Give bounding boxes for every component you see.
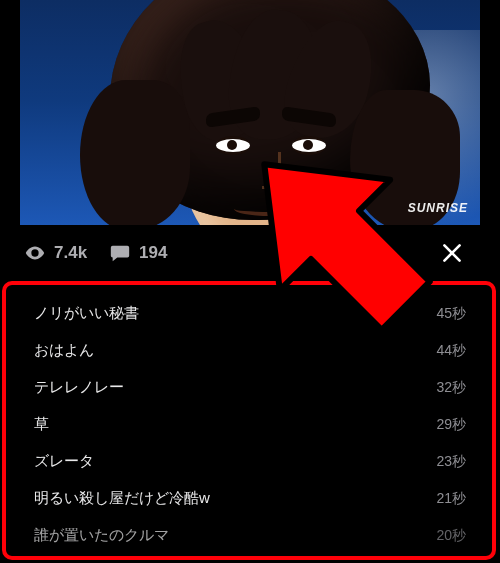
app-frame: SUNRISE 7.4k 194 <box>20 0 480 563</box>
comment-text: 誰が置いたのクルマ <box>34 526 169 545</box>
comment-count: 194 <box>109 242 167 264</box>
comment-time: 32秒 <box>436 379 466 397</box>
comment-time: 21秒 <box>436 490 466 508</box>
list-item[interactable]: ノリがいい秘書 45秒 <box>20 295 480 332</box>
watermark-text: SUNRISE <box>408 201 468 215</box>
eye-icon <box>24 242 46 264</box>
list-item[interactable]: おはよん 44秒 <box>20 332 480 369</box>
list-item[interactable]: ズレータ 23秒 <box>20 443 480 480</box>
comment-time: 44秒 <box>436 342 466 360</box>
comment-icon <box>109 242 131 264</box>
list-item[interactable]: テレレノレー 32秒 <box>20 369 480 406</box>
view-count-value: 7.4k <box>54 243 87 263</box>
view-count: 7.4k <box>24 242 87 264</box>
share-button[interactable] <box>364 231 408 275</box>
comment-text: テレレノレー <box>34 378 124 397</box>
comment-time: 45秒 <box>436 305 466 323</box>
comment-text: おはよん <box>34 341 94 360</box>
comment-time: 23秒 <box>436 453 466 471</box>
comment-text: 草 <box>34 415 49 434</box>
close-icon <box>439 240 465 266</box>
comment-time: 29秒 <box>436 416 466 434</box>
comment-text: ズレータ <box>34 452 94 471</box>
comment-text: ノリがいい秘書 <box>34 304 139 323</box>
list-item[interactable]: 誰が置いたのクルマ 20秒 <box>20 517 480 554</box>
stats-row: 7.4k 194 <box>20 225 480 281</box>
list-item[interactable]: 草 29秒 <box>20 406 480 443</box>
comment-text: 明るい殺し屋だけど冷酷w <box>34 489 210 508</box>
list-item[interactable] <box>20 281 480 285</box>
close-button[interactable] <box>430 231 474 275</box>
list-item[interactable]: 明るい殺し屋だけど冷酷w 21秒 <box>20 480 480 517</box>
comment-list[interactable]: ノリがいい秘書 45秒 おはよん 44秒 テレレノレー 32秒 草 29秒 ズレ… <box>20 281 480 563</box>
comment-time: 20秒 <box>436 527 466 545</box>
video-thumbnail[interactable]: SUNRISE <box>20 0 480 225</box>
comment-count-value: 194 <box>139 243 167 263</box>
share-icon <box>373 240 399 266</box>
screen: SUNRISE 7.4k 194 <box>0 0 500 563</box>
